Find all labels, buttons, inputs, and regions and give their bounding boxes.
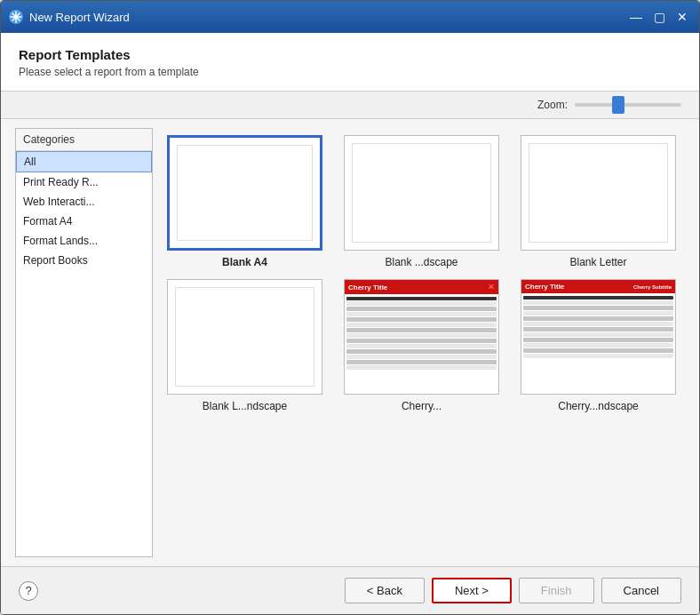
main-section: Categories All Print Ready R... Web Inte… xyxy=(1,119,699,566)
cherry-landscape-header: Cherry Title Cherry Subtitle xyxy=(521,280,675,293)
templates-grid: Blank A4 Blank ...dscape xyxy=(162,128,685,419)
template-blank-a4[interactable]: Blank A4 xyxy=(162,135,328,268)
cherry-row-12 xyxy=(346,360,497,364)
template-blank-landscape[interactable]: Blank ...dscape xyxy=(338,135,505,268)
cherry-row-11 xyxy=(346,355,497,359)
template-thumb-cherry: Cherry Title ✕ xyxy=(344,279,499,395)
cherry-ls-row-2 xyxy=(523,306,673,310)
cherry-ls-row-6 xyxy=(523,327,673,331)
maximize-button[interactable]: ▢ xyxy=(649,7,669,27)
title-bar-left: New Report Wizard xyxy=(8,9,130,25)
cherry-row-8 xyxy=(346,339,497,343)
window-title: New Report Wizard xyxy=(29,11,130,24)
cherry-title: Cherry Title xyxy=(348,284,387,292)
thumb-blank-l-ndscape-inner xyxy=(168,280,322,394)
template-thumb-blank-letter xyxy=(521,135,676,251)
thumb-blank-letter-inner xyxy=(521,136,675,250)
template-label-cherry-landscape: Cherry...ndscape xyxy=(558,400,639,412)
template-blank-letter[interactable]: Blank Letter xyxy=(515,135,681,268)
footer-right: < Back Next > Finish Cancel xyxy=(345,578,681,603)
cherry-ls-row-11 xyxy=(523,354,673,358)
category-item-web-interactive[interactable]: Web Interacti... xyxy=(16,192,152,212)
thumb-blank-a4-inner xyxy=(170,138,320,248)
template-label-blank-a4: Blank A4 xyxy=(222,256,267,268)
help-button[interactable]: ? xyxy=(19,581,38,601)
thumb-blank-l-ndscape-page xyxy=(175,287,314,387)
template-thumb-blank-landscape xyxy=(344,135,499,251)
template-thumb-cherry-landscape: Cherry Title Cherry Subtitle xyxy=(521,279,676,395)
header-section: Report Templates Please select a report … xyxy=(1,33,699,92)
toolbar-section: Zoom: xyxy=(1,92,699,119)
thumb-blank-landscape-page xyxy=(352,143,491,243)
back-button[interactable]: < Back xyxy=(345,578,425,603)
cherry-thumb-inner: Cherry Title ✕ xyxy=(345,280,498,394)
cancel-button[interactable]: Cancel xyxy=(601,578,681,603)
footer-left: ? xyxy=(19,581,38,601)
cherry-ls-row-header xyxy=(523,296,673,300)
cherry-row-9 xyxy=(346,344,497,348)
close-button[interactable]: ✕ xyxy=(672,7,692,27)
template-label-cherry: Cherry... xyxy=(402,400,441,412)
cherry-landscape-subtitle: Cherry Subtitle xyxy=(633,284,672,290)
template-thumb-blank-l-ndscape xyxy=(167,279,322,395)
title-bar-controls: — ▢ ✕ xyxy=(626,7,692,27)
cherry-row-10 xyxy=(346,349,497,354)
cherry-header: Cherry Title ✕ xyxy=(345,280,498,294)
cherry-x-icon: ✕ xyxy=(488,283,495,292)
category-item-format-landscape[interactable]: Format Lands... xyxy=(16,231,152,251)
cherry-landscape-header-right: Cherry Subtitle xyxy=(633,284,672,290)
cherry-landscape-thumb-inner: Cherry Title Cherry Subtitle xyxy=(521,280,675,394)
cherry-landscape-title: Cherry Title xyxy=(525,283,564,291)
thumb-blank-landscape-inner xyxy=(345,136,498,250)
template-blank-l-ndscape[interactable]: Blank L...ndscape xyxy=(162,279,328,412)
cherry-row-header-1 xyxy=(346,297,497,300)
template-label-blank-landscape: Blank ...dscape xyxy=(385,256,457,268)
category-item-report-books[interactable]: Report Books xyxy=(16,251,152,270)
cherry-row-6 xyxy=(346,328,497,332)
cherry-row-4 xyxy=(346,317,497,322)
report-templates-title: Report Templates xyxy=(19,47,681,62)
cherry-row-7 xyxy=(346,333,497,338)
cherry-ls-row-1 xyxy=(523,300,673,305)
minimize-button[interactable]: — xyxy=(626,7,646,27)
title-bar: New Report Wizard — ▢ ✕ xyxy=(1,1,699,33)
categories-header: Categories xyxy=(16,129,152,151)
cherry-ls-row-7 xyxy=(523,332,673,337)
cherry-landscape-body xyxy=(521,293,675,394)
finish-button[interactable]: Finish xyxy=(519,578,594,603)
template-label-blank-letter: Blank Letter xyxy=(569,256,626,268)
header-subtitle: Please select a report from a template xyxy=(19,66,681,78)
template-cherry-landscape[interactable]: Cherry Title Cherry Subtitle xyxy=(515,279,681,412)
cherry-ls-row-4 xyxy=(523,316,673,321)
cherry-row-2 xyxy=(346,307,497,311)
templates-area: Blank A4 Blank ...dscape xyxy=(162,128,685,557)
cherry-ls-row-3 xyxy=(523,311,673,315)
thumb-blank-letter-page xyxy=(529,143,668,243)
template-cherry[interactable]: Cherry Title ✕ xyxy=(338,279,505,412)
category-item-format-a4[interactable]: Format A4 xyxy=(16,212,152,231)
category-item-all[interactable]: All xyxy=(16,151,152,172)
cherry-ls-row-10 xyxy=(523,348,673,353)
templates-scroll[interactable]: Blank A4 Blank ...dscape xyxy=(162,128,685,557)
cherry-ls-row-5 xyxy=(523,322,673,326)
content-area: Report Templates Please select a report … xyxy=(1,33,699,614)
cherry-ls-row-9 xyxy=(523,343,673,347)
main-window: New Report Wizard — ▢ ✕ Report Templates… xyxy=(0,0,700,615)
footer-section: ? < Back Next > Finish Cancel xyxy=(1,566,699,614)
thumb-blank-a4-page xyxy=(177,145,313,241)
cherry-row-13 xyxy=(346,365,497,370)
template-label-blank-l-ndscape: Blank L...ndscape xyxy=(203,400,287,412)
template-thumb-blank-a4 xyxy=(167,135,322,251)
cherry-row-3 xyxy=(346,312,497,316)
category-item-print-ready[interactable]: Print Ready R... xyxy=(16,172,152,192)
cherry-ls-row-8 xyxy=(523,338,673,342)
cherry-row-1 xyxy=(346,301,497,306)
cherry-row-5 xyxy=(346,323,497,327)
next-button[interactable]: Next > xyxy=(432,578,512,603)
categories-panel: Categories All Print Ready R... Web Inte… xyxy=(15,128,153,557)
cherry-body xyxy=(345,294,498,394)
zoom-label: Zoom: xyxy=(537,99,568,111)
zoom-slider[interactable] xyxy=(575,103,681,107)
app-icon xyxy=(8,9,24,25)
